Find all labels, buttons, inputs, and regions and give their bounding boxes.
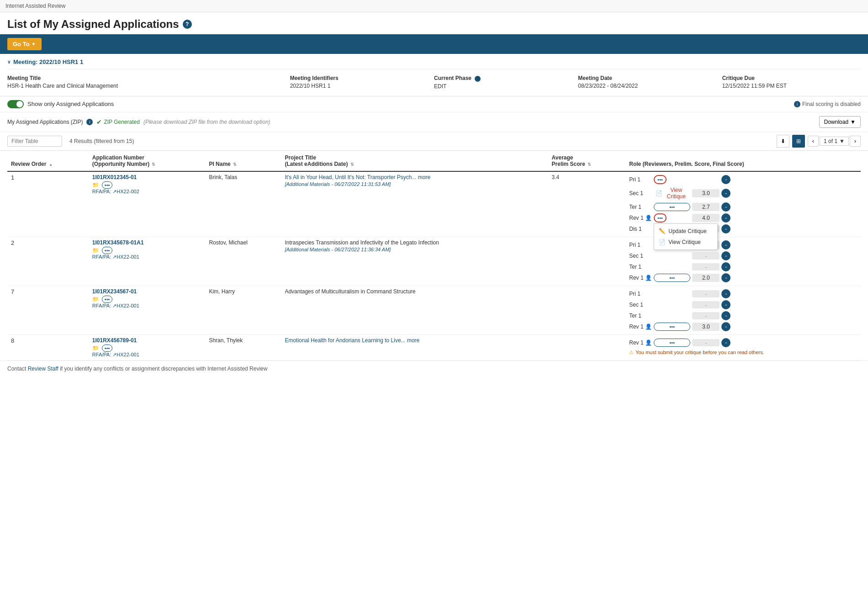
meeting-title-label: Meeting Title	[7, 75, 285, 81]
rev1-score: 2.0	[692, 274, 720, 282]
rfa-link[interactable]: ↗HX22-001	[112, 254, 139, 260]
meeting-toggle[interactable]: ∨ Meeting: 2022/10 HSR1 1	[7, 58, 861, 65]
pri1-final-btn[interactable]: -	[721, 289, 730, 298]
meeting-critique-value: 12/15/2022 11:59 PM EST	[722, 83, 787, 89]
pri1-dots-btn[interactable]: •••	[654, 175, 667, 184]
pi-name-cell: Rostov, Michael	[205, 237, 281, 286]
ter1-score: -	[692, 312, 720, 319]
ter1-final-btn[interactable]: -	[721, 311, 730, 320]
pi-name-cell: Shran, Thylek	[205, 334, 281, 360]
rev1-dots-btn[interactable]: •••	[654, 274, 690, 282]
project-title-text: Advantages of Multiculturalism in Comman…	[285, 288, 415, 295]
table-actions: ⬇ ⊞ ‹ 1 of 1 ▼ ›	[777, 135, 861, 148]
rev1-final-btn[interactable]: -	[721, 322, 730, 331]
col-review-order: Review Order ▲	[7, 151, 89, 171]
warning-text: You must submit your critique before you…	[635, 350, 764, 355]
col-avg-prelim: AveragePrelim Score ⇅	[548, 151, 626, 171]
app-options-btn[interactable]: •••	[102, 296, 113, 303]
rev1-dots-btn[interactable]: •••	[654, 339, 690, 347]
sort-icon: ⇅	[233, 162, 237, 167]
app-options-btn[interactable]: •••	[102, 181, 113, 189]
dis1-final-btn[interactable]: -	[721, 224, 730, 233]
sort-icon: ⇅	[587, 162, 591, 167]
col-role: Role (Reviewers, Prelim. Score, Final Sc…	[625, 151, 861, 171]
project-title-link[interactable]: Emotional Health for Andorians Learning …	[285, 337, 419, 344]
pri1-final-btn[interactable]: -	[721, 175, 730, 184]
view-critique-btn-popup[interactable]: 📄 View Critique	[654, 237, 717, 248]
project-title-text: Intraspecies Transmission and Infectivit…	[285, 239, 439, 246]
goto-button[interactable]: Go To ▼	[7, 38, 42, 50]
project-title-cell: Emotional Health for Andorians Learning …	[281, 334, 548, 360]
app-options-btn[interactable]: •••	[102, 345, 113, 352]
additional-materials-link[interactable]: [Additional Materials - 06/27/2022 11:36…	[285, 247, 544, 252]
next-page-btn[interactable]: ›	[850, 136, 861, 147]
role-sec1-row: Sec 1 - -	[629, 250, 857, 261]
app-options-btn[interactable]: •••	[102, 247, 113, 254]
page-title: List of My Assigned Applications	[7, 18, 179, 31]
col-pi-name: PI Name ⇅	[205, 151, 281, 171]
meeting-date-col: Meeting Date 08/23/2022 - 08/24/2022	[578, 75, 716, 90]
pri1-final-btn[interactable]: -	[721, 240, 730, 249]
filter-table-input[interactable]	[7, 136, 62, 147]
meeting-identifiers-col: Meeting Identifiers 2022/10 HSR1 1	[290, 75, 429, 90]
role-cell: Pri 1 ••• - Sec 1 📄 View Critique 3.0	[625, 171, 861, 237]
phase-help-icon[interactable]: ?	[475, 76, 481, 82]
rev1-final-btn[interactable]: -	[721, 273, 730, 282]
sec1-view-critique-btn[interactable]: 📄 View Critique	[654, 186, 690, 201]
show-assigned-label: Show only Assigned Applications	[27, 101, 114, 107]
ter1-final-btn[interactable]: -	[721, 202, 730, 212]
rev1-dots-btn[interactable]: •••	[654, 213, 667, 223]
sec1-final-btn[interactable]: -	[721, 251, 730, 260]
review-staff-link[interactable]: Review Staff	[28, 366, 58, 372]
page-help-icon[interactable]: ?	[183, 20, 192, 29]
zip-info: My Assigned Applications (ZIP) i ✔ ZIP G…	[7, 118, 270, 126]
meeting-identifiers-value: 2022/10 HSR1 1	[290, 83, 331, 89]
goto-caret: ▼	[32, 42, 36, 47]
sec1-final-btn[interactable]: -	[721, 300, 730, 309]
rev1-final-btn[interactable]: -	[721, 338, 730, 347]
rfa-link[interactable]: ↗HX22-001	[112, 352, 139, 357]
zip-row: My Assigned Applications (ZIP) i ✔ ZIP G…	[0, 112, 868, 132]
page-info-text: 1 of 1	[824, 138, 837, 144]
rev1-score: -	[692, 339, 720, 346]
role-cell: Rev 1 👤 ••• - - ⚠ You must submit your c…	[625, 334, 861, 360]
export-icon-btn[interactable]: ⬇	[777, 135, 789, 148]
review-order-cell: 1	[7, 171, 89, 237]
update-critique-btn[interactable]: ✏️ Update Critique	[654, 226, 717, 237]
col-project-title: Project Title(Latest eAdditions Date) ⇅	[281, 151, 548, 171]
role-rev1-row: Rev 1 👤 ••• - -	[629, 337, 857, 348]
role-pri1-row: Pri 1 - -	[629, 288, 857, 299]
meeting-critique-col: Critique Due 12/15/2022 11:59 PM EST	[722, 75, 861, 90]
page-info: 1 of 1 ▼	[820, 137, 849, 146]
avg-prelim-cell	[548, 237, 626, 286]
role-sec1-row: Sec 1 📄 View Critique 3.0 -	[629, 185, 857, 202]
person-icon: 👤	[645, 215, 652, 221]
rfa-link[interactable]: ↗HX22-002	[112, 189, 139, 194]
rev1-final-btn[interactable]: -	[721, 213, 730, 223]
ter1-dots-btn[interactable]: •••	[654, 203, 690, 211]
table-row: 7 1I01RX234567-01 📁 ••• RFA/PA: ↗HX22-00…	[7, 286, 861, 334]
rev1-score: 3.0	[692, 323, 720, 331]
pagination: ‹ 1 of 1 ▼ ›	[808, 136, 861, 147]
col-app-number: Application Number(Opportunity Number) ⇅	[89, 151, 206, 171]
additional-materials-link[interactable]: [Additional Materials - 06/27/2022 11:31…	[285, 181, 544, 187]
rev1-dots-btn[interactable]: •••	[654, 323, 690, 331]
table-wrapper: Review Order ▲ Application Number(Opport…	[0, 151, 868, 361]
meeting-identifiers-label: Meeting Identifiers	[290, 75, 429, 81]
show-assigned-toggle[interactable]	[7, 100, 24, 108]
checkmark-icon: ✔	[96, 118, 102, 126]
zip-info-icon[interactable]: i	[86, 119, 93, 125]
ter1-final-btn[interactable]: -	[721, 262, 730, 271]
meeting-section: ∨ Meeting: 2022/10 HSR1 1 Meeting Title …	[0, 54, 868, 96]
grid-view-btn[interactable]: ⊞	[792, 135, 805, 148]
meeting-section-label: Meeting: 2022/10 HSR1 1	[13, 58, 83, 65]
meeting-title-col: Meeting Title HSR-1 Health Care and Clin…	[7, 75, 285, 90]
project-title-link[interactable]: It's All in Your Head, Until It's Not: T…	[285, 174, 430, 180]
download-button[interactable]: Download ▼	[819, 116, 861, 128]
sec1-final-btn[interactable]: -	[721, 189, 730, 198]
results-count: 4 Results (filtered from 15)	[69, 138, 134, 144]
prev-page-btn[interactable]: ‹	[808, 136, 819, 147]
rfa-link[interactable]: ↗HX22-001	[112, 303, 139, 308]
page-dropdown-icon[interactable]: ▼	[839, 138, 845, 144]
sort-icon: ⇅	[350, 162, 354, 167]
